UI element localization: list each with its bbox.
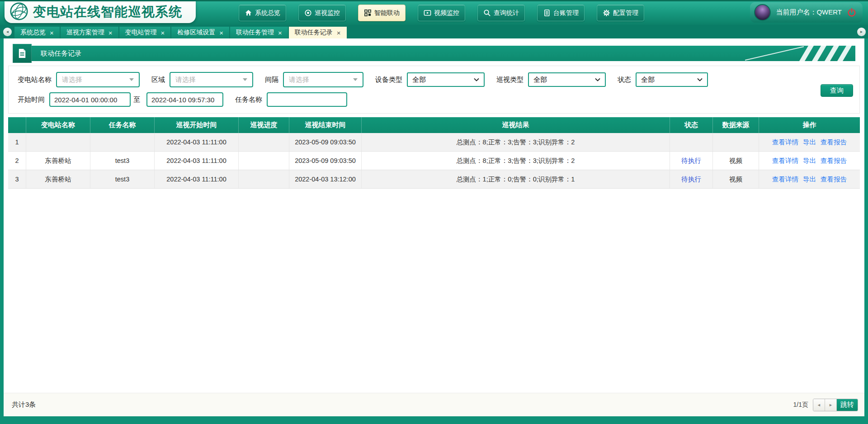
tab-label: 变电站管理 [125, 29, 157, 37]
patrol-type-select-value: 全部 [533, 76, 547, 84]
pagination: 1/1页 ◄ ► 跳转 [793, 399, 858, 411]
table-row: 12022-04-03 11:11:002023-05-09 09:03:50总… [8, 133, 860, 152]
nav-button[interactable]: 台账管理 [537, 5, 585, 21]
tab[interactable]: 联动任务记录× [289, 27, 347, 38]
tab-close-icon[interactable]: × [219, 29, 223, 36]
query-button[interactable]: 查询 [821, 84, 853, 97]
cell-station-name [26, 133, 90, 151]
bay-select[interactable]: 请选择 [283, 72, 363, 87]
col-data-source: 数据来源 [713, 117, 759, 133]
linkage-grid-icon [364, 9, 372, 17]
cell-start-time: 2022-04-03 11:11:00 [155, 152, 239, 170]
col-station-name: 变电站名称 [26, 117, 90, 133]
task-name-filter-label: 任务名称 [235, 95, 262, 104]
cell-row-index: 3 [8, 170, 26, 188]
tab-scroll-left-icon[interactable]: ◄ [3, 28, 12, 36]
search-icon [483, 9, 491, 17]
table-row: 2东善桥站test32022-04-03 11:11:002023-05-09 … [8, 152, 860, 170]
action-link[interactable]: 导出 [803, 157, 816, 165]
app-title: 变电站在线智能巡视系统 [33, 3, 182, 21]
logout-power-icon[interactable] [847, 8, 857, 18]
cell-data-source: 视频 [713, 152, 759, 170]
end-time-input[interactable] [146, 92, 223, 107]
action-link[interactable]: 查看详情 [772, 175, 798, 184]
action-link[interactable]: 查看详情 [772, 138, 798, 147]
bay-select-placeholder: 请选择 [289, 76, 309, 84]
tab[interactable]: 系统总览× [14, 27, 60, 38]
tab-close-icon[interactable]: × [161, 29, 165, 36]
tab[interactable]: 联动任务管理× [230, 27, 288, 38]
start-time-input[interactable] [49, 92, 131, 107]
tab-close-icon[interactable]: × [108, 29, 113, 36]
device-type-select[interactable]: 全部 [407, 72, 485, 87]
nav-button-label: 视频监控 [434, 9, 459, 17]
page-title: 联动任务记录 [41, 49, 81, 58]
dropdown-caret-icon [353, 78, 358, 81]
tab-bar: ◄ 系统总览×巡视方案管理×变电站管理×检修区域设置×联动任务管理×联动任务记录… [0, 25, 868, 38]
action-link[interactable]: 导出 [803, 138, 816, 147]
action-link[interactable]: 查看详情 [772, 157, 798, 165]
nav-button[interactable]: 视频监控 [418, 5, 465, 21]
select-chevron-icon [595, 78, 600, 81]
station-filter-label: 变电站名称 [18, 76, 52, 84]
records-table: 变电站名称任务名称巡视开始时间巡视进度巡视结束时间巡视结果状态数据来源操作 12… [8, 117, 860, 189]
col-result: 巡视结果 [362, 117, 670, 133]
document-icon [13, 44, 32, 63]
col-task-name: 任务名称 [90, 117, 155, 133]
task-name-input[interactable] [267, 92, 347, 107]
cell-actions: 查看详情导出查看报告 [759, 133, 860, 151]
main-nav: 系统总览巡视监控智能联动视频监控查询统计台账管理配置管理 [239, 5, 644, 21]
action-link[interactable]: 查看报告 [821, 138, 847, 147]
nav-button-label: 台账管理 [553, 9, 579, 17]
col-actions: 操作 [759, 117, 860, 133]
station-select-placeholder: 请选择 [62, 76, 82, 84]
nav-button[interactable]: 配置管理 [597, 5, 644, 21]
cell-start-time: 2022-04-03 11:11:00 [155, 133, 239, 151]
tab[interactable]: 检修区域设置× [171, 27, 229, 38]
filter-row-2: 开始时间 至 任务名称 [9, 92, 859, 107]
tab-close-icon[interactable]: × [278, 29, 282, 36]
video-icon [424, 9, 431, 17]
nav-button[interactable]: 系统总览 [239, 5, 286, 21]
tab-scroll-right-icon[interactable]: ► [857, 28, 866, 36]
user-avatar [754, 4, 771, 21]
dropdown-caret-icon [129, 78, 134, 81]
action-link[interactable]: 查看报告 [821, 157, 847, 165]
tab-label: 系统总览 [20, 29, 46, 37]
to-label: 至 [133, 95, 140, 104]
tab[interactable]: 变电站管理× [119, 27, 171, 38]
action-link[interactable]: 导出 [803, 175, 816, 184]
station-select[interactable]: 请选择 [56, 72, 140, 87]
action-link[interactable]: 查看报告 [821, 175, 847, 184]
dropdown-caret-icon [243, 78, 247, 81]
nav-button[interactable]: 查询统计 [477, 5, 525, 21]
nav-button[interactable]: 智能联动 [358, 5, 406, 21]
jump-button[interactable]: 跳转 [837, 399, 858, 411]
area-select[interactable]: 请选择 [170, 72, 253, 87]
cell-station-name: 东善桥站 [26, 170, 90, 188]
status-select[interactable]: 全部 [636, 72, 708, 87]
status-filter-label: 状态 [618, 76, 631, 84]
cell-end-time: 2023-05-09 09:03:50 [289, 152, 362, 170]
patrol-type-select[interactable]: 全部 [528, 72, 606, 87]
nav-button[interactable]: 巡视监控 [298, 5, 346, 21]
area-filter-label: 区域 [151, 76, 165, 84]
cell-task-name [90, 133, 155, 151]
tab-close-icon[interactable]: × [50, 29, 54, 36]
next-page-button[interactable]: ► [825, 399, 837, 411]
app-header: 变电站在线智能巡视系统 系统总览巡视监控智能联动视频监控查询统计台账管理配置管理… [0, 0, 868, 25]
prev-page-button[interactable]: ◄ [813, 399, 825, 411]
table-body: 12022-04-03 11:11:002023-05-09 09:03:50总… [8, 133, 860, 189]
cell-result: 总测点：1;正常：0;告警：0;识别异常：1 [362, 170, 670, 188]
brand-panel: 变电站在线智能巡视系统 [5, 1, 196, 23]
cell-row-index: 1 [8, 133, 26, 151]
cell-data-source [713, 133, 759, 151]
tab[interactable]: 巡视方案管理× [61, 27, 118, 38]
cell-result: 总测点：8;正常：3;告警：3;识别异常：2 [362, 152, 670, 170]
tab-label: 联动任务管理 [236, 29, 274, 37]
open-tabs: 系统总览×巡视方案管理×变电站管理×检修区域设置×联动任务管理×联动任务记录× [14, 27, 348, 38]
cell-row-index: 2 [8, 152, 26, 170]
cell-station-name: 东善桥站 [26, 152, 90, 170]
filter-panel: 变电站名称 请选择 区域 请选择 间隔 请选择 [8, 66, 860, 114]
tab-close-icon[interactable]: × [337, 29, 341, 36]
